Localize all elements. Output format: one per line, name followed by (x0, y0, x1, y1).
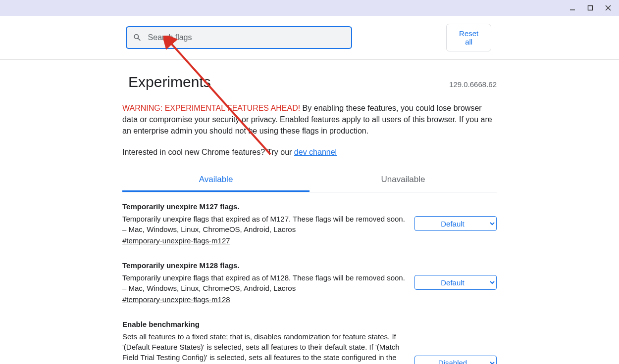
flag-title: Temporarily unexpire M128 flags. (122, 261, 407, 270)
reset-all-button[interactable]: Reset all (446, 24, 491, 51)
page-title: Experiments (128, 74, 211, 91)
flag-select[interactable]: Disabled (414, 356, 497, 364)
dev-channel-link[interactable]: dev channel (294, 148, 337, 156)
warning-prefix: WARNING: EXPERIMENTAL FEATURES AHEAD! (122, 104, 300, 112)
tab-unavailable[interactable]: Unavailable (310, 169, 497, 192)
flag-description: Temporarily unexpire flags that expired … (122, 214, 407, 234)
minimize-icon (569, 5, 575, 11)
interested-text: Interested in cool new Chrome features? … (122, 148, 497, 157)
flag-item: Enable benchmarking Sets all features to… (122, 320, 497, 364)
top-bar: Reset all (0, 16, 619, 60)
search-container[interactable] (126, 26, 352, 49)
flag-text: Enable benchmarking Sets all features to… (122, 320, 407, 364)
flag-item: Temporarily unexpire M127 flags. Tempora… (122, 202, 497, 245)
content-area: Experiments 129.0.6668.62 WARNING: EXPER… (122, 60, 497, 364)
svg-rect-1 (588, 6, 593, 10)
header-row: Experiments 129.0.6668.62 (122, 74, 497, 91)
window-titlebar (0, 0, 619, 16)
flag-select[interactable]: Default (414, 275, 497, 290)
close-icon (605, 5, 611, 11)
flag-title: Enable benchmarking (122, 320, 407, 328)
search-icon (133, 33, 142, 43)
flag-description: Temporarily unexpire flags that expired … (122, 273, 407, 293)
warning-text: WARNING: EXPERIMENTAL FEATURES AHEAD! By… (122, 102, 497, 137)
close-button[interactable] (601, 1, 615, 15)
flag-description: Sets all features to a fixed state; that… (122, 331, 407, 364)
flags-list: Temporarily unexpire M127 flags. Tempora… (122, 192, 497, 364)
version-label: 129.0.6668.62 (449, 80, 497, 89)
flag-text: Temporarily unexpire M127 flags. Tempora… (122, 202, 407, 245)
flag-hash-link[interactable]: #temporary-unexpire-flags-m127 (122, 236, 230, 245)
tab-available[interactable]: Available (122, 169, 310, 192)
main-content: Reset all Experiments 129.0.6668.62 WARN… (0, 16, 619, 364)
flag-hash-link[interactable]: #temporary-unexpire-flags-m128 (122, 295, 230, 304)
flag-title: Temporarily unexpire M127 flags. (122, 202, 407, 211)
flag-text: Temporarily unexpire M128 flags. Tempora… (122, 261, 407, 304)
flag-select[interactable]: Default (414, 216, 497, 231)
interested-prefix: Interested in cool new Chrome features? … (122, 148, 294, 156)
maximize-icon (587, 5, 593, 11)
tabs: Available Unavailable (122, 169, 497, 192)
flag-item: Temporarily unexpire M128 flags. Tempora… (122, 261, 497, 304)
search-input[interactable] (148, 33, 346, 42)
maximize-button[interactable] (583, 1, 597, 15)
minimize-button[interactable] (566, 1, 579, 15)
